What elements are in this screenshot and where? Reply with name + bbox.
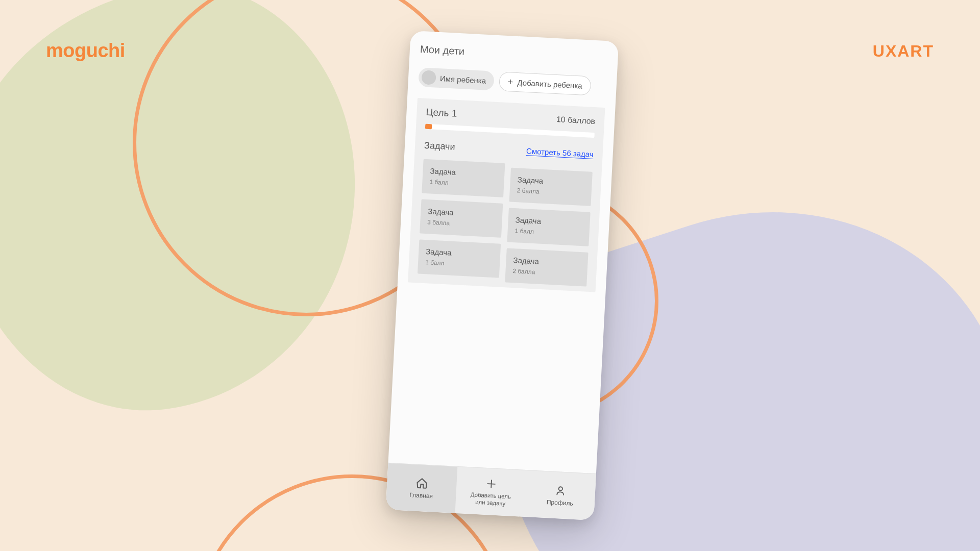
task-name: Задача bbox=[426, 247, 494, 259]
goal-title: Цель 1 bbox=[426, 107, 457, 119]
task-points: 1 балл bbox=[429, 178, 497, 189]
page-title: Мои дети bbox=[420, 43, 608, 65]
task-points: 1 балл bbox=[425, 259, 493, 269]
profile-icon bbox=[553, 484, 567, 497]
children-chips-row: Имя ребенка + Добавить ребенка bbox=[418, 67, 606, 96]
brand-logo-moguchi: moguchi bbox=[46, 40, 125, 62]
nav-home-label: Главная bbox=[409, 491, 433, 500]
presentation-slide: moguchi UXART Мои дети Имя ребенка + Доб… bbox=[0, 0, 980, 551]
add-child-button[interactable]: + Добавить ребенка bbox=[499, 71, 592, 95]
progress-fill bbox=[425, 124, 432, 130]
task-name: Задача bbox=[517, 175, 585, 187]
task-name: Задача bbox=[428, 207, 496, 219]
brand-logo-uxart: UXART bbox=[873, 42, 934, 61]
goal-points: 10 баллов bbox=[556, 115, 595, 126]
child-chip[interactable]: Имя ребенка bbox=[418, 67, 495, 91]
nav-profile[interactable]: Профиль bbox=[524, 470, 596, 520]
home-icon bbox=[415, 477, 429, 490]
task-points: 2 балла bbox=[512, 267, 580, 278]
task-name: Задача bbox=[430, 166, 498, 179]
task-card[interactable]: Задача 1 балл bbox=[422, 159, 505, 197]
task-points: 1 балл bbox=[514, 227, 582, 238]
progress-bar bbox=[425, 124, 595, 138]
nav-add-label: Добавить цель или задачу bbox=[470, 491, 511, 508]
view-all-tasks-link[interactable]: Смотреть 56 задач bbox=[526, 146, 594, 159]
nav-add[interactable]: Добавить цель или задачу bbox=[455, 467, 527, 517]
goal-card: Цель 1 10 баллов Задачи Смотреть 56 зада… bbox=[408, 98, 605, 292]
tasks-header: Задачи Смотреть 56 задач bbox=[424, 140, 594, 160]
task-card[interactable]: Задача 1 балл bbox=[418, 239, 501, 278]
task-card[interactable]: Задача 2 балла bbox=[509, 168, 593, 206]
task-card[interactable]: Задача 2 балла bbox=[505, 248, 588, 286]
task-points: 2 балла bbox=[517, 187, 584, 197]
goal-header: Цель 1 10 баллов bbox=[426, 107, 596, 127]
task-grid: Задача 1 балл Задача 2 балла Задача 3 ба… bbox=[418, 159, 593, 283]
task-points: 3 балла bbox=[427, 218, 495, 229]
avatar-icon bbox=[421, 70, 436, 85]
phone-mockup: Мои дети Имя ребенка + Добавить ребенка … bbox=[386, 31, 619, 520]
screen-content: Мои дети Имя ребенка + Добавить ребенка … bbox=[388, 31, 619, 473]
task-name: Задача bbox=[513, 256, 581, 268]
task-card[interactable]: Задача 1 балл bbox=[507, 208, 590, 246]
task-card[interactable]: Задача 3 балла bbox=[420, 199, 503, 238]
nav-home[interactable]: Главная bbox=[386, 463, 458, 513]
child-chip-label: Имя ребенка bbox=[440, 74, 486, 85]
task-name: Задача bbox=[515, 215, 583, 228]
nav-profile-label: Профиль bbox=[547, 498, 573, 507]
plus-icon bbox=[484, 477, 498, 490]
add-child-label: Добавить ребенка bbox=[517, 78, 582, 90]
tasks-title: Задачи bbox=[424, 140, 455, 153]
svg-point-0 bbox=[558, 487, 562, 491]
plus-icon: + bbox=[508, 77, 513, 87]
